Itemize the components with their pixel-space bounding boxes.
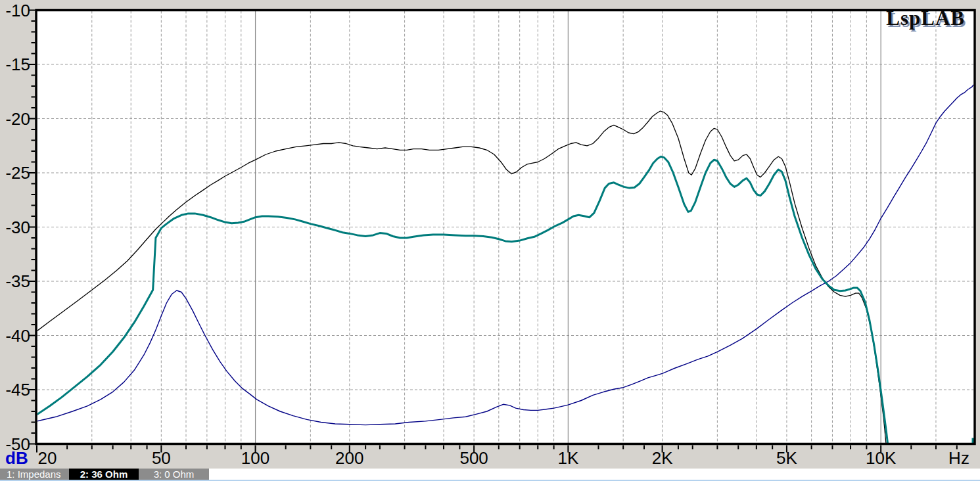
x-tick-label: 100 — [241, 448, 269, 468]
y-tick-label: -25 — [5, 163, 30, 183]
y-tick-label: -10 — [5, 1, 30, 20]
x-tick-label: 50 — [152, 448, 171, 468]
x-tick-label: 20 — [38, 448, 57, 468]
x-tick-label: 1K — [557, 448, 578, 468]
y-axis-unit-label: dB — [5, 449, 28, 467]
lsplab-logo: LspLAB — [749, 10, 965, 27]
y-tick-label: -35 — [5, 271, 30, 291]
y-tick-label: -20 — [5, 109, 30, 129]
lsplab-window: -10-15-20-25-30-35-40-45-502050100200500… — [0, 0, 980, 483]
x-tick-label: 500 — [459, 448, 488, 468]
x-axis-unit-label: Hz — [944, 449, 974, 467]
x-tick-label: 10K — [866, 448, 897, 468]
x-tick-label: 200 — [335, 448, 363, 468]
y-tick-label: -30 — [5, 218, 30, 237]
x-tick-label: 5K — [776, 448, 797, 468]
y-tick-label: -15 — [5, 55, 30, 74]
status-bar: 1: Impedans 2: 36 Ohm 3: 0 Ohm — [0, 469, 209, 480]
status-item-0ohm[interactable]: 3: 0 Ohm — [139, 469, 209, 480]
status-item-impedans[interactable]: 1: Impedans — [0, 469, 69, 480]
measurement-chart: -10-15-20-25-30-35-40-45-502050100200500… — [0, 0, 980, 483]
y-tick-label: -45 — [5, 380, 30, 400]
y-tick-label: -40 — [5, 326, 30, 346]
status-item-36ohm-selected[interactable]: 2: 36 Ohm — [69, 469, 139, 480]
x-tick-label: 2K — [652, 448, 673, 468]
bottom-divider-line — [0, 480, 980, 481]
